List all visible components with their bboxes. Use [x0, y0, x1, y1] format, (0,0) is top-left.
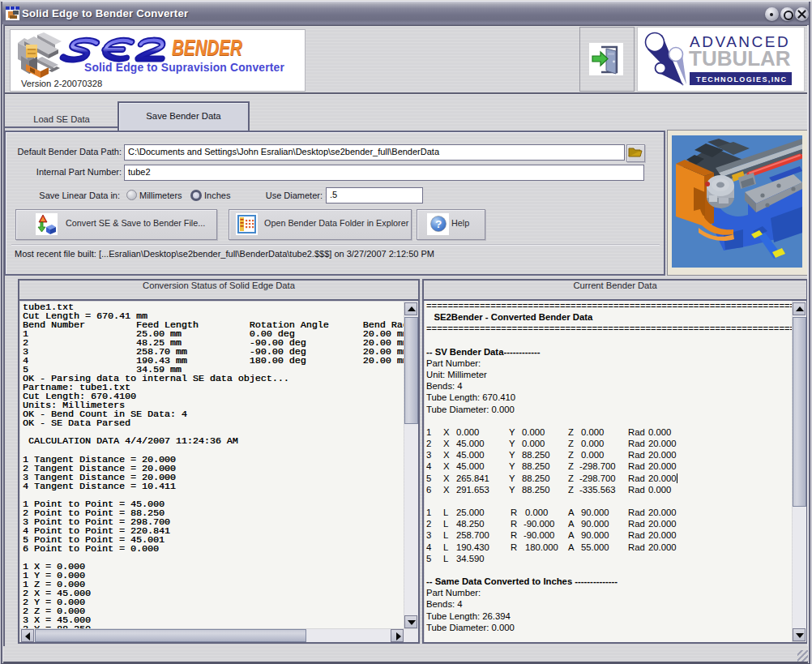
- svg-text:?: ?: [435, 218, 442, 230]
